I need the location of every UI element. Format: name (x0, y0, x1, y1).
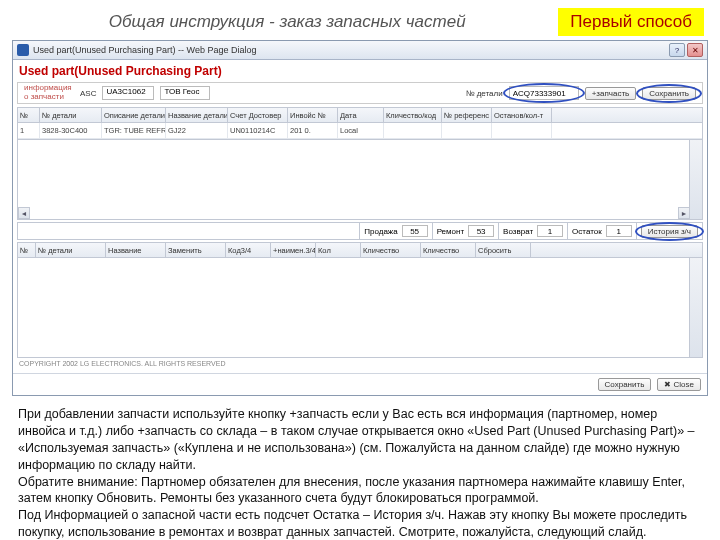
repair-label: Ремонт (437, 227, 464, 236)
explanation-text: При добавлении запчасти используйте кноп… (0, 396, 720, 540)
page-title: Used part(Unused Purchasing Part) (13, 60, 707, 82)
remain-label: Остаток (572, 227, 602, 236)
th: № (18, 108, 40, 122)
th: Инвойс № (288, 108, 338, 122)
totals-row: Продажа Ремонт Возврат Остаток История з… (17, 222, 703, 240)
footer-save-button[interactable]: Сохранить (598, 378, 652, 391)
save-button[interactable]: Сохранить (642, 87, 696, 100)
top-table-header: № № детали Описание детали Название дета… (17, 107, 703, 123)
bottom-table-scrollarea[interactable] (17, 258, 703, 358)
top-table-scrollarea[interactable]: ◄ ► (17, 140, 703, 220)
th: № (18, 243, 36, 257)
add-part-button[interactable]: +запчасть (585, 87, 637, 100)
th: Счет Достовер (228, 108, 288, 122)
top-table-body: 1 3828-30C400 TGR: TUBE REFR GJ22 UN0110… (17, 123, 703, 140)
asc-code: UA3C1062 (102, 86, 154, 100)
th: Кличество/код (384, 108, 442, 122)
th: Кол (316, 243, 361, 257)
highlight-save: Сохранить (642, 87, 696, 100)
scroll-left-icon[interactable]: ◄ (18, 207, 30, 219)
th: +наимен.3/4 (271, 243, 316, 257)
copyright: COPYRIGHT 2002 LG ELECTRONICS. ALL RIGHT… (13, 358, 707, 369)
table-row[interactable]: 1 3828-30C400 TGR: TUBE REFR GJ22 UN0110… (18, 123, 702, 139)
th: № детали (36, 243, 106, 257)
th: Название (106, 243, 166, 257)
th: Заменить (166, 243, 226, 257)
scroll-right-icon[interactable]: ► (678, 207, 690, 219)
th: Кличество (421, 243, 476, 257)
dialog-footer: Сохранить ✖ Close (13, 373, 707, 395)
part-info-bar: информация о запчасти ASC UA3C1062 ТОВ Г… (17, 82, 703, 104)
slide-title: Общая инструкция - заказ запасных частей (16, 12, 558, 32)
history-button[interactable]: История з/ч (641, 225, 698, 238)
method-tag: Первый способ (558, 8, 704, 36)
th: № детали (40, 108, 102, 122)
asc-name: ТОВ Геос (160, 86, 210, 100)
titlebar: Used part(Unused Purchasing Part) -- Web… (13, 41, 707, 60)
window-title: Used part(Unused Purchasing Part) -- Web… (33, 45, 669, 55)
th: Дата (338, 108, 384, 122)
th: № референс (442, 108, 492, 122)
app-icon (17, 44, 29, 56)
return-value (537, 225, 563, 237)
highlight-history: История з/ч (641, 225, 698, 238)
window-close-button[interactable]: ✕ (687, 43, 703, 57)
th: Останов/кол-т (492, 108, 552, 122)
return-label: Возврат (503, 227, 533, 236)
repair-value (468, 225, 494, 237)
remain-value (606, 225, 632, 237)
th: Код3/4 (226, 243, 271, 257)
part-number-label: № детали (466, 89, 503, 98)
th: Описание детали (102, 108, 166, 122)
th: Название детали (166, 108, 228, 122)
sales-label: Продажа (364, 227, 397, 236)
th: Кличество (361, 243, 421, 257)
part-number-input[interactable] (509, 86, 579, 100)
highlight-part-number (509, 86, 579, 100)
bottom-table-header: № № детали Название Заменить Код3/4 +наи… (17, 242, 703, 258)
dialog-window: Used part(Unused Purchasing Part) -- Web… (12, 40, 708, 396)
sales-value (402, 225, 428, 237)
window-help-button[interactable]: ? (669, 43, 685, 57)
asc-label: ASC (80, 89, 96, 98)
footer-close-button[interactable]: ✖ Close (657, 378, 701, 391)
th: Сбросить (476, 243, 531, 257)
part-info-label: информация о запчасти (24, 84, 74, 102)
